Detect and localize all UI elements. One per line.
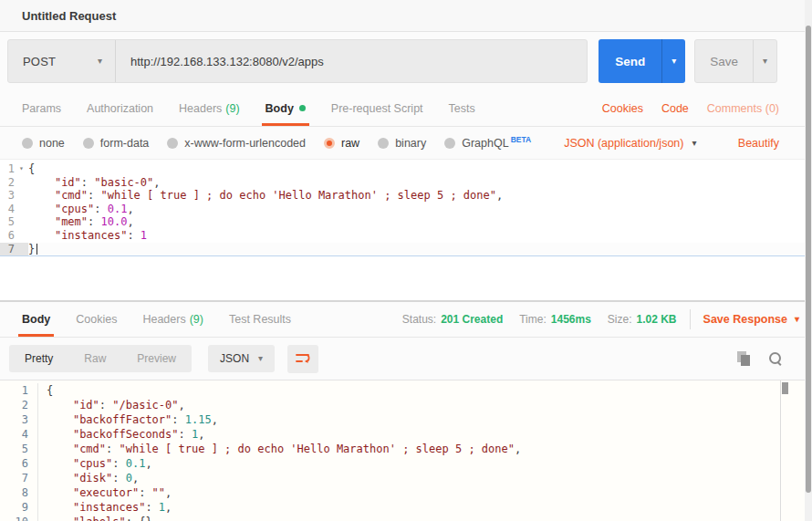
send-button[interactable]: Send ▾	[599, 39, 685, 83]
search-icon[interactable]	[768, 351, 783, 366]
request-url-row: POST ▾ Send ▾ Save ▾	[0, 32, 812, 90]
beautify-link[interactable]: Beautify	[738, 137, 779, 150]
code-text: "cpus": 0.1,	[28, 203, 134, 216]
line-number: 2	[0, 398, 38, 412]
code-text: "id": "/basic-0",	[38, 398, 185, 412]
response-toolbar: Pretty Raw Preview JSON ▾	[0, 338, 812, 380]
body-type-row: none form-data x-www-form-urlencoded raw…	[0, 127, 812, 160]
line-number: 8	[0, 485, 38, 500]
line-number: 4	[0, 427, 38, 442]
size-value: 1.02 KB	[637, 313, 677, 326]
tab-tests[interactable]: Tests	[436, 90, 488, 126]
code-text: "cpus": 0.1,	[38, 456, 152, 471]
tab-body[interactable]: Body	[253, 90, 318, 126]
tab-response-body[interactable]: Body	[9, 302, 63, 337]
radio-icon	[378, 138, 389, 149]
comments-link[interactable]: Comments (0)	[698, 90, 788, 126]
save-response-label: Save Response	[703, 313, 787, 326]
cookies-link[interactable]: Cookies	[593, 90, 652, 126]
radio-raw-label: raw	[341, 137, 359, 150]
spacer	[488, 90, 593, 126]
fold-gutter	[15, 243, 28, 256]
method-value: POST	[23, 55, 56, 68]
content-type-value: JSON (application/json)	[564, 137, 683, 150]
line-number: 7	[0, 471, 38, 485]
response-body-editor[interactable]: 1{2 "id": "/basic-0",3 "backoffFactor": …	[0, 380, 812, 521]
size-label: Size:	[608, 313, 632, 326]
code-text: "backoffSeconds": 1,	[38, 427, 204, 442]
fold-gutter	[15, 176, 28, 190]
code-line: 6 "instances": 1	[0, 229, 812, 243]
request-body-editor[interactable]: 1▾{2 "id": "basic-0",3 "cmd": "while [ t…	[0, 160, 812, 301]
line-number: 5	[0, 215, 15, 229]
code-link[interactable]: Code	[652, 90, 698, 126]
radio-binary[interactable]: binary	[378, 137, 426, 150]
save-response-button[interactable]: Save Response ▾	[703, 302, 799, 337]
status-label: Status:	[402, 313, 436, 326]
headers-count-badge: (9)	[225, 102, 239, 115]
send-options-toggle[interactable]: ▾	[661, 39, 685, 83]
content-type-dropdown[interactable]: JSON (application/json) ▾	[564, 137, 696, 150]
code-text: "instances": 1,	[38, 500, 172, 515]
tab-headers[interactable]: Headers (9)	[166, 90, 253, 126]
line-number: 6	[0, 229, 15, 243]
beta-badge: BETA	[511, 135, 532, 144]
url-input[interactable]	[116, 40, 587, 82]
radio-form-data[interactable]: form-data	[83, 137, 150, 150]
save-button[interactable]: Save ▾	[694, 39, 777, 83]
postman-window: Untitled Request POST ▾ Send ▾ Save ▾ Pa…	[0, 0, 812, 521]
method-dropdown[interactable]: POST ▾	[8, 40, 116, 82]
spacer	[304, 302, 386, 337]
code-text: "cmd": "while [ true ] ; do echo 'Hello …	[28, 189, 503, 203]
tab-test-results[interactable]: Test Results	[216, 302, 304, 337]
code-line: 10 "labels": {},	[0, 515, 812, 521]
radio-raw[interactable]: raw	[324, 137, 359, 150]
fold-gutter	[15, 215, 28, 229]
window-scrollbar[interactable]	[805, 0, 812, 521]
line-number: 2	[0, 176, 15, 190]
code-text: "mem": 10.0,	[28, 215, 134, 229]
save-options-toggle[interactable]: ▾	[753, 40, 776, 82]
chevron-down-icon: ▾	[763, 57, 767, 66]
tab-pre-request-script[interactable]: Pre-request Script	[318, 90, 436, 126]
response-format-dropdown[interactable]: JSON ▾	[208, 345, 275, 372]
request-title-bar: Untitled Request	[0, 0, 812, 32]
line-number: 3	[0, 412, 38, 427]
divider	[690, 309, 691, 329]
tab-body-label: Body	[265, 102, 294, 115]
tab-authorization[interactable]: Authorization	[74, 90, 166, 126]
radio-urlencoded-label: x-www-form-urlencoded	[184, 137, 306, 150]
tab-params[interactable]: Params	[9, 90, 74, 126]
fold-gutter	[15, 189, 28, 203]
radio-x-www-form-urlencoded[interactable]: x-www-form-urlencoded	[167, 137, 306, 150]
radio-graphql[interactable]: GraphQL BETA	[444, 137, 531, 150]
chevron-down-icon: ▾	[258, 354, 263, 363]
code-line: 2 "id": "basic-0",	[0, 176, 812, 190]
tab-response-headers-label: Headers	[142, 313, 185, 326]
copy-icon[interactable]	[737, 351, 752, 366]
response-scrollbar-thumb[interactable]	[782, 382, 788, 394]
radio-none[interactable]: none	[22, 137, 65, 150]
line-number: 5	[0, 442, 38, 456]
view-raw[interactable]: Raw	[68, 345, 121, 372]
view-preview[interactable]: Preview	[121, 345, 192, 372]
view-pretty[interactable]: Pretty	[9, 345, 68, 372]
fold-arrow-icon[interactable]: ▾	[15, 162, 28, 176]
line-number: 1	[0, 162, 15, 176]
code-text: }	[28, 243, 37, 256]
method-url-bar: POST ▾	[7, 39, 588, 83]
wrap-text-icon	[295, 352, 311, 365]
response-format-value: JSON	[220, 352, 249, 365]
response-tabs-row: Body Cookies Headers (9) Test Results St…	[0, 301, 812, 338]
time-value: 1456ms	[551, 313, 591, 326]
window-scrollbar-thumb[interactable]	[806, 26, 811, 493]
send-label: Send	[599, 39, 661, 83]
tab-response-headers[interactable]: Headers (9)	[130, 302, 216, 337]
tab-tests-label: Tests	[449, 102, 475, 115]
fold-gutter	[15, 203, 28, 216]
radio-icon	[444, 138, 455, 149]
chevron-down-icon: ▾	[795, 315, 799, 324]
code-text: "instances": 1	[28, 229, 147, 243]
tab-response-cookies[interactable]: Cookies	[63, 302, 130, 337]
wrap-text-button[interactable]	[287, 345, 318, 373]
